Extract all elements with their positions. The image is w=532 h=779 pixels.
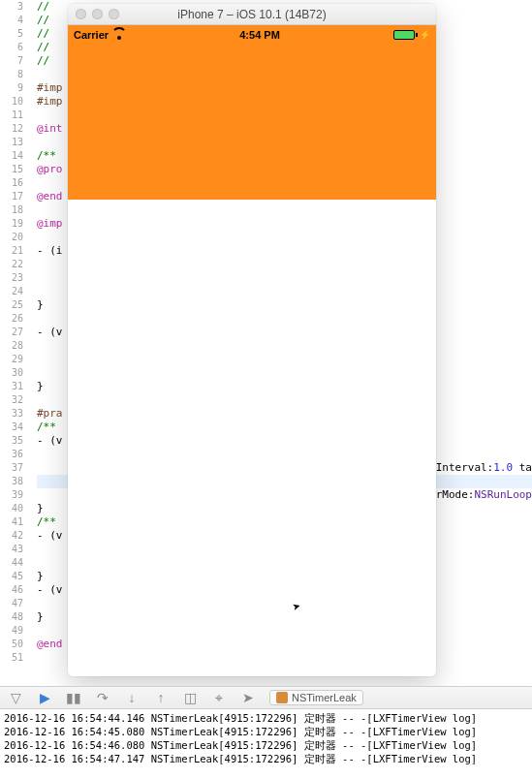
- ios-simulator-window[interactable]: iPhone 7 – iOS 10.1 (14B72) Carrier 4:54…: [68, 4, 436, 676]
- location-icon[interactable]: ➤: [240, 690, 256, 705]
- code-fragment: Interval:1.0 ta: [436, 461, 532, 475]
- line-number: 46: [0, 583, 23, 597]
- line-number: 41: [0, 515, 23, 529]
- console-line[interactable]: 2016-12-16 16:54:46.080 NSTimerLeak[4915…: [4, 738, 528, 752]
- carrier-label: Carrier: [74, 29, 109, 41]
- line-number: 40: [0, 502, 23, 515]
- ios-status-bar: Carrier 4:54 PM ⚡: [68, 25, 436, 45]
- console-line[interactable]: 2016-12-16 16:54:47.147 NSTimerLeak[4915…: [4, 752, 528, 765]
- line-number: 10: [0, 95, 23, 109]
- line-number: 22: [0, 258, 23, 271]
- debug-console[interactable]: 2016-12-16 16:54:44.146 NSTimerLeak[4915…: [0, 709, 532, 779]
- console-line[interactable]: 2016-12-16 16:54:45.080 NSTimerLeak[4915…: [4, 725, 528, 738]
- line-number: 26: [0, 312, 23, 326]
- line-number: 8: [0, 68, 23, 81]
- app-white-view[interactable]: [68, 200, 436, 676]
- line-number: 50: [0, 638, 23, 651]
- line-number: 39: [0, 488, 23, 502]
- line-number: 6: [0, 41, 23, 54]
- line-number: 20: [0, 231, 23, 244]
- line-number: 37: [0, 461, 23, 475]
- debug-toolbar[interactable]: ▽ ▶ ▮▮ ↷ ↓ ↑ ◫ ⌖ ➤ NSTimerLeak: [0, 686, 532, 709]
- line-number: 16: [0, 176, 23, 190]
- process-breadcrumb[interactable]: NSTimerLeak: [269, 690, 363, 705]
- line-number: 4: [0, 14, 23, 27]
- line-number: 30: [0, 366, 23, 380]
- line-number: 43: [0, 543, 23, 556]
- line-number: 33: [0, 407, 23, 421]
- line-number: 25: [0, 298, 23, 312]
- line-number: 17: [0, 190, 23, 203]
- wifi-icon: [112, 30, 126, 40]
- simulator-title: iPhone 7 – iOS 10.1 (14B72): [177, 8, 326, 21]
- line-number: 19: [0, 217, 23, 231]
- continue-icon[interactable]: ▶: [37, 690, 52, 705]
- line-number: 18: [0, 203, 23, 217]
- line-number: 7: [0, 54, 23, 68]
- line-number: 28: [0, 339, 23, 353]
- line-number: 36: [0, 448, 23, 461]
- line-number: 14: [0, 149, 23, 163]
- process-name: NSTimerLeak: [292, 692, 357, 703]
- line-number: 15: [0, 163, 23, 176]
- line-number: 44: [0, 556, 23, 570]
- line-number: 21: [0, 244, 23, 258]
- step-out-icon[interactable]: ↑: [153, 690, 169, 705]
- line-number: 31: [0, 380, 23, 393]
- minimize-icon[interactable]: [92, 9, 103, 19]
- app-orange-view[interactable]: Carrier 4:54 PM ⚡: [68, 25, 436, 200]
- close-icon[interactable]: [76, 9, 86, 19]
- toggle-console-icon[interactable]: ▽: [8, 690, 23, 705]
- line-number: 45: [0, 570, 23, 583]
- line-number: 13: [0, 136, 23, 149]
- debug-view-icon[interactable]: ◫: [182, 690, 198, 705]
- line-number: 3: [0, 0, 23, 14]
- line-number: 42: [0, 529, 23, 543]
- line-number: 48: [0, 610, 23, 624]
- line-number: 9: [0, 81, 23, 95]
- battery-icon: ⚡: [393, 30, 430, 40]
- pause-icon[interactable]: ▮▮: [66, 690, 81, 705]
- line-number: 34: [0, 421, 23, 434]
- line-number: 27: [0, 326, 23, 339]
- console-line[interactable]: 2016-12-16 16:54:44.146 NSTimerLeak[4915…: [4, 711, 528, 725]
- line-number: 38: [0, 475, 23, 488]
- line-number: 23: [0, 271, 23, 285]
- line-number: 35: [0, 434, 23, 448]
- line-number: 47: [0, 597, 23, 610]
- step-into-icon[interactable]: ↓: [124, 690, 140, 705]
- line-number: 11: [0, 109, 23, 122]
- line-number: 49: [0, 624, 23, 638]
- status-time: 4:54 PM: [239, 29, 280, 41]
- line-number-gutter: 3456789101112131415161718192021222324252…: [0, 0, 29, 686]
- line-number: 12: [0, 122, 23, 136]
- simulator-screen[interactable]: Carrier 4:54 PM ⚡: [68, 25, 436, 676]
- code-fragment: rMode:NSRunLoop: [436, 488, 532, 502]
- simulator-titlebar[interactable]: iPhone 7 – iOS 10.1 (14B72): [68, 4, 436, 25]
- line-number: 5: [0, 27, 23, 41]
- window-traffic-lights[interactable]: [76, 9, 119, 19]
- line-number: 51: [0, 651, 23, 665]
- line-number: 29: [0, 353, 23, 366]
- line-number: 24: [0, 285, 23, 298]
- app-icon: [276, 692, 288, 703]
- line-number: 32: [0, 393, 23, 407]
- step-over-icon[interactable]: ↷: [95, 690, 110, 705]
- zoom-icon[interactable]: [109, 9, 119, 19]
- memory-graph-icon[interactable]: ⌖: [211, 690, 227, 705]
